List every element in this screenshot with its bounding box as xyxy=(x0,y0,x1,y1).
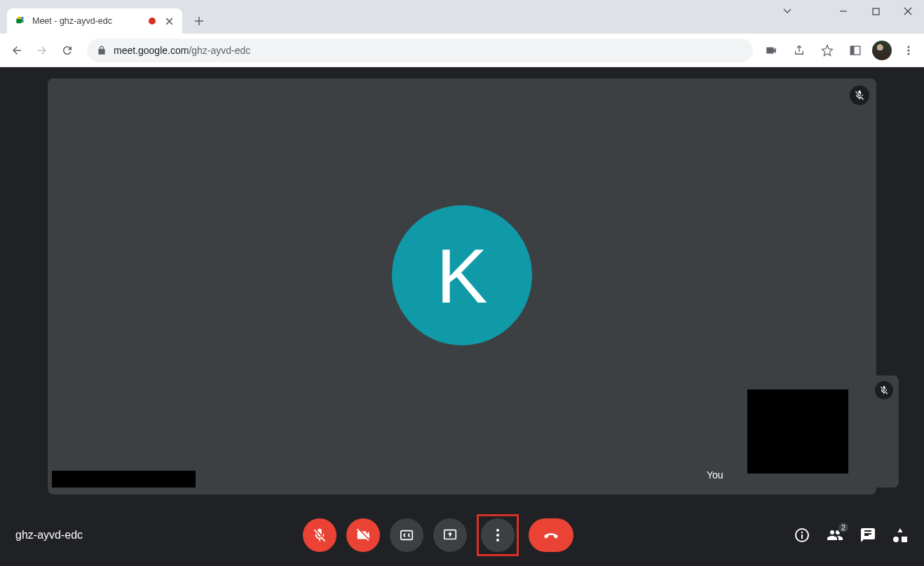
svg-rect-0 xyxy=(873,8,879,15)
forward-button[interactable] xyxy=(29,38,55,63)
lock-icon xyxy=(97,46,107,55)
side-panel-button[interactable] xyxy=(844,39,867,62)
reload-button[interactable] xyxy=(55,38,80,63)
back-button[interactable] xyxy=(4,38,29,63)
window-controls xyxy=(827,0,924,28)
url-path: /ghz-ayvd-edc xyxy=(189,45,250,56)
meeting-details-button[interactable] xyxy=(794,527,810,544)
present-button[interactable] xyxy=(433,518,467,552)
new-tab-button[interactable] xyxy=(189,11,209,31)
close-tab-button[interactable] xyxy=(164,16,174,26)
share-button[interactable] xyxy=(788,39,810,62)
participant-name-bar xyxy=(52,471,196,488)
toggle-camera-button[interactable] xyxy=(346,518,380,552)
self-view-tile[interactable]: You xyxy=(697,375,899,488)
svg-point-8 xyxy=(496,529,499,532)
browser-tab[interactable]: Meet - ghz-ayvd-edc xyxy=(7,8,182,34)
participant-muted-icon xyxy=(850,85,869,105)
center-controls xyxy=(303,514,573,556)
browser-titlebar: Meet - ghz-ayvd-edc xyxy=(0,0,924,34)
svg-rect-2 xyxy=(850,46,854,55)
tab-title: Meet - ghz-ayvd-edc xyxy=(32,16,149,26)
activities-button[interactable] xyxy=(892,527,909,544)
browser-menu-button[interactable] xyxy=(897,39,920,62)
meet-stage: K You ghz-ayvd-edc xyxy=(0,67,924,566)
browser-toolbar: meet.google.com/ghz-ayvd-edc xyxy=(0,34,924,67)
svg-point-10 xyxy=(496,539,499,541)
svg-point-5 xyxy=(907,53,909,55)
svg-point-12 xyxy=(801,532,803,534)
svg-rect-13 xyxy=(801,534,803,539)
chat-button[interactable] xyxy=(860,527,876,544)
recording-indicator-icon xyxy=(149,18,156,25)
svg-point-3 xyxy=(907,46,909,48)
svg-rect-6 xyxy=(401,531,413,540)
self-label: You xyxy=(707,469,723,481)
profile-avatar[interactable] xyxy=(872,41,892,60)
more-options-highlight xyxy=(477,514,519,556)
participant-avatar: K xyxy=(392,205,532,345)
meeting-code[interactable]: ghz-ayvd-edc xyxy=(15,529,83,541)
minimize-button[interactable] xyxy=(827,0,860,22)
right-controls: 2 xyxy=(794,527,909,544)
address-bar[interactable]: meet.google.com/ghz-ayvd-edc xyxy=(87,39,753,62)
toolbar-right xyxy=(760,39,920,62)
self-muted-icon xyxy=(875,381,893,399)
close-window-button[interactable] xyxy=(892,0,924,22)
toggle-mic-button[interactable] xyxy=(303,518,337,552)
people-button[interactable]: 2 xyxy=(826,527,844,544)
people-count-badge: 2 xyxy=(837,521,850,534)
maximize-button[interactable] xyxy=(860,0,892,22)
camera-indicator-icon[interactable] xyxy=(760,39,782,62)
meet-bottom-bar: ghz-ayvd-edc xyxy=(0,504,924,566)
tabs-dropdown-button[interactable] xyxy=(782,6,792,15)
self-camera-feed xyxy=(747,389,848,474)
participant-initial: K xyxy=(436,231,487,320)
leave-call-button[interactable] xyxy=(529,518,573,552)
svg-point-9 xyxy=(496,534,499,537)
meet-favicon-icon xyxy=(15,15,27,27)
captions-button[interactable] xyxy=(390,518,423,552)
svg-point-4 xyxy=(907,49,909,51)
bookmark-button[interactable] xyxy=(816,39,838,62)
more-options-button[interactable] xyxy=(481,518,515,552)
url-domain: meet.google.com xyxy=(114,45,189,56)
